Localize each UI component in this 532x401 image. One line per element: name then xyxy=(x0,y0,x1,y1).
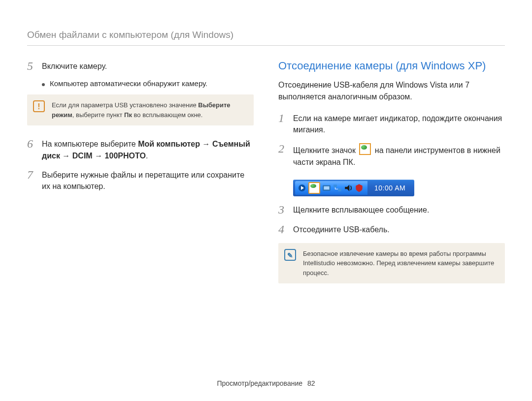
step-body: Включите камеру. xyxy=(42,60,254,72)
step-number: 6 xyxy=(27,137,42,150)
step-number: 3 xyxy=(278,203,293,216)
arrow: → xyxy=(60,152,72,160)
step-2-pre: Щелкните значок xyxy=(293,146,358,154)
step-body: На компьютере выберите Мой компьютер → С… xyxy=(42,137,254,161)
info-text: Безопасное извлечение камеры во время ра… xyxy=(303,250,494,277)
safely-remove-hardware-icon xyxy=(359,143,371,155)
step-body: Щелкните всплывающее сообщение. xyxy=(293,203,505,216)
step-6-post: . xyxy=(146,152,148,160)
step-body: Выберите нужные файлы и перетащите или с… xyxy=(42,168,254,192)
step-body: Отсоедините USB-кабель. xyxy=(293,223,505,235)
left-column: 5 Включите камеру. Компьютер автоматичес… xyxy=(27,60,254,295)
warning-text-pre: Если для параметра USB установлено значе… xyxy=(52,101,198,109)
step-number: 2 xyxy=(278,142,293,155)
right-column: Отсоединение камеры (для Windows XP) Отс… xyxy=(278,60,505,295)
graphics-tray-icon xyxy=(322,184,331,192)
step-6-bold-4: 100PHOTO xyxy=(105,152,146,160)
windows-xp-taskbar-tray: 10:00 AM xyxy=(293,180,414,196)
step-1: 1 Если на камере мигает индикатор, подож… xyxy=(278,112,505,135)
page-footer: Просмотр/редактирование 82 xyxy=(0,379,532,387)
step-7: 7 Выберите нужные файлы и перетащите или… xyxy=(27,168,254,192)
section-title: Отсоединение камеры (для Windows XP) xyxy=(278,60,505,72)
bullet-text: Компьютер автоматически обнаружит камеру… xyxy=(50,79,207,88)
warning-icon: ! xyxy=(33,100,45,112)
arrow: → xyxy=(93,152,105,160)
arrow: → xyxy=(200,140,212,148)
step-5-bullet: Компьютер автоматически обнаружит камеру… xyxy=(27,79,254,88)
step-6-bold-3: DCIM xyxy=(72,152,93,160)
step-6-pre: На компьютере выберите xyxy=(42,140,138,148)
warning-note: ! Если для параметра USB установлено зна… xyxy=(27,94,254,125)
manual-page: Обмен файлами с компьютером (для Windows… xyxy=(0,0,532,401)
warning-bold-2: Пк xyxy=(124,111,132,119)
content-columns: 5 Включите камеру. Компьютер автоматичес… xyxy=(27,60,505,295)
media-player-icon xyxy=(298,184,306,192)
step-number: 1 xyxy=(278,112,293,124)
step-6: 6 На компьютере выберите Мой компьютер →… xyxy=(27,137,254,161)
volume-tray-icon xyxy=(344,184,353,192)
svg-rect-4 xyxy=(333,185,337,187)
step-2: 2 Щелкните значок на панели инструментов… xyxy=(278,142,505,167)
network-tray-icon xyxy=(333,184,342,192)
step-4: 4 Отсоедините USB-кабель. xyxy=(278,223,505,236)
tray-clock: 10:00 AM xyxy=(367,184,412,192)
step-number: 4 xyxy=(278,223,293,236)
step-number: 7 xyxy=(27,168,42,181)
svg-marker-6 xyxy=(345,185,349,191)
info-icon: ✎ xyxy=(284,249,296,261)
safely-remove-hardware-icon xyxy=(308,182,320,194)
footer-section: Просмотр/редактирование xyxy=(217,379,302,387)
bullet-icon xyxy=(42,83,45,86)
warning-text-post: во всплывающем окне. xyxy=(132,111,202,119)
step-3: 3 Щелкните всплывающее сообщение. xyxy=(278,203,505,216)
antivirus-tray-icon xyxy=(355,184,364,192)
step-body: Щелкните значок на панели инструментов в… xyxy=(293,142,505,167)
step-body: Если на камере мигает индикатор, подожди… xyxy=(293,112,505,135)
svg-rect-5 xyxy=(338,188,341,191)
step-number: 5 xyxy=(27,60,42,72)
step-6-bold-1: Мой компьютер xyxy=(138,140,200,148)
info-note: ✎ Безопасное извлечение камеры во время … xyxy=(278,243,505,284)
section-intro: Отсоединение USB-кабеля для Windows Vist… xyxy=(278,79,505,103)
tray-icon-area xyxy=(295,181,367,195)
page-number: 82 xyxy=(307,379,315,387)
step-5: 5 Включите камеру. xyxy=(27,60,254,72)
page-header: Обмен файлами с компьютером (для Windows… xyxy=(27,30,505,46)
warning-text-mid: , выберите пункт xyxy=(72,111,124,119)
svg-rect-3 xyxy=(324,186,329,189)
